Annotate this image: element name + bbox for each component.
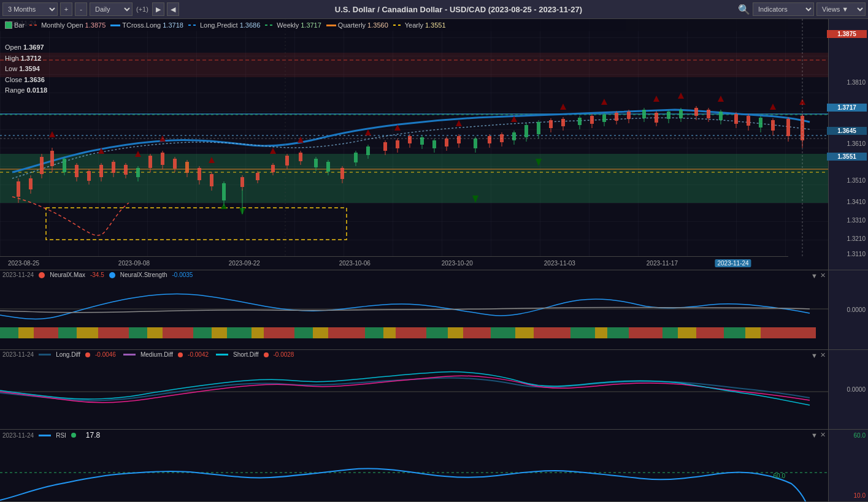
- svg-rect-172: [252, 327, 264, 338]
- price-label-1717: 1.3717: [827, 104, 867, 112]
- neural-svg: [0, 281, 828, 349]
- legend-weekly: Weekly 1.3717: [265, 21, 321, 29]
- period-plus-btn[interactable]: +: [60, 2, 72, 16]
- svg-rect-106: [524, 125, 528, 137]
- svg-rect-192: [696, 327, 724, 338]
- diff-long-label: Long.Diff: [56, 351, 80, 358]
- diff-chart-area[interactable]: 2023-11-24 Long.Diff -0.0046 Medium.Diff…: [0, 350, 828, 429]
- interval-select[interactable]: Daily Weekly Monthly: [90, 2, 133, 16]
- svg-rect-15: [40, 157, 44, 174]
- svg-rect-187: [595, 327, 607, 338]
- svg-rect-75: [354, 153, 358, 162]
- svg-rect-194: [745, 327, 761, 338]
- rsi-axis: 60.0 10.0: [828, 430, 868, 501]
- views-select[interactable]: Views ▼: [816, 2, 866, 16]
- price-axis-1110: 1.3110: [847, 251, 866, 257]
- rsi-timestamp: 2023-11-24: [2, 432, 34, 439]
- period-select[interactable]: 3 Months 1 Month 6 Months: [2, 2, 58, 16]
- svg-rect-189: [629, 327, 663, 338]
- svg-rect-20: [63, 159, 66, 172]
- svg-rect-144: [734, 114, 738, 124]
- neural-collapse-btn[interactable]: ▼: [811, 272, 818, 280]
- legend-yearly: Yearly 1.3551: [393, 21, 446, 29]
- svg-rect-184: [515, 327, 534, 338]
- svg-rect-64: [285, 156, 289, 165]
- neural-controls: ▼ ✕: [811, 272, 826, 280]
- svg-rect-167: [147, 327, 163, 338]
- range-value: 0.0118: [26, 86, 47, 94]
- date-label-4: 2023-10-06: [339, 260, 371, 267]
- svg-rect-24: [87, 171, 91, 181]
- svg-rect-11: [17, 181, 20, 197]
- svg-rect-173: [264, 327, 294, 338]
- diff-close-btn[interactable]: ✕: [820, 351, 826, 359]
- price-chart-area[interactable]: 2023-11-24 Bar Monthly Open 1.3875 TCros: [0, 19, 828, 270]
- svg-rect-129: [655, 113, 658, 123]
- svg-rect-96: [474, 139, 477, 148]
- svg-rect-190: [663, 327, 678, 338]
- price-axis-1210: 1.3210: [847, 235, 866, 242]
- price-axis-1310: 1.3310: [847, 217, 866, 224]
- svg-rect-77: [366, 146, 370, 155]
- svg-rect-113: [561, 119, 565, 126]
- chart-title: U.S. Dollar / Canadian Dollar - USD/CAD …: [182, 5, 735, 14]
- svg-rect-48: [210, 174, 213, 186]
- svg-rect-196: [791, 327, 816, 338]
- high-value: 1.3712: [21, 55, 42, 62]
- neural-close-btn[interactable]: ✕: [820, 272, 826, 280]
- nav-forward-btn[interactable]: ▶: [152, 2, 164, 16]
- indicators-select[interactable]: Indicators: [753, 2, 814, 16]
- date-label-5: 2023-10-20: [442, 260, 473, 267]
- high-label: High: [5, 55, 21, 62]
- chart-container: 2023-11-24 Bar Monthly Open 1.3875 TCros: [0, 19, 868, 502]
- svg-rect-195: [761, 327, 791, 338]
- svg-rect-166: [129, 327, 147, 338]
- svg-rect-188: [607, 327, 629, 338]
- rsi-close-btn[interactable]: ✕: [820, 431, 826, 439]
- svg-rect-171: [227, 327, 252, 338]
- svg-rect-148: [759, 118, 762, 127]
- svg-rect-132: [667, 112, 670, 119]
- svg-rect-193: [724, 327, 745, 338]
- search-button[interactable]: 🔍: [738, 2, 750, 16]
- svg-rect-174: [294, 327, 313, 338]
- diff-collapse-btn[interactable]: ▼: [811, 351, 818, 359]
- svg-rect-164: [77, 327, 98, 338]
- rsi-controls: ▼ ✕: [811, 431, 826, 439]
- svg-rect-26: [99, 165, 103, 177]
- neural-strength-label: NeuralX.Strength: [120, 272, 167, 278]
- legend-weekly-val: 1.3717: [301, 21, 321, 29]
- svg-rect-33: [136, 168, 140, 177]
- diff-short-val: -0.0028: [274, 351, 294, 358]
- legend-long-predict: Long.Predict 1.3686: [188, 21, 260, 29]
- period-minus-btn[interactable]: -: [75, 2, 87, 16]
- price-label-1551: 1.3551: [827, 153, 867, 161]
- low-label: Low: [5, 65, 19, 72]
- rsi-chart-area[interactable]: 2023-11-24 RSI 17.8 ▼ ✕ 60.0 1: [0, 430, 828, 501]
- svg-rect-141: [719, 112, 723, 120]
- legend-long-predict-label: Long.Predict: [200, 21, 238, 29]
- nav-back-btn[interactable]: ◀: [167, 2, 179, 16]
- rsi-collapse-btn[interactable]: ▼: [811, 431, 818, 439]
- neural-max-label: NeuralX.Max: [50, 272, 85, 278]
- close-value: 1.3636: [24, 76, 45, 83]
- svg-rect-108: [537, 122, 540, 134]
- svg-rect-163: [58, 327, 77, 338]
- toolbar: 3 Months 1 Month 6 Months + - Daily Week…: [0, 0, 868, 19]
- svg-rect-91: [445, 139, 448, 146]
- neural-timestamp: 2023-11-24: [2, 272, 34, 278]
- price-chart-svg: [0, 19, 828, 257]
- legend-yearly-label: Yearly: [405, 21, 423, 29]
- svg-rect-191: [678, 327, 696, 338]
- svg-rect-2: [0, 53, 828, 77]
- svg-rect-44: [185, 162, 189, 173]
- svg-rect-118: [590, 116, 594, 124]
- svg-rect-125: [627, 112, 631, 119]
- svg-rect-13: [29, 178, 33, 189]
- diff-controls: ▼ ✕: [811, 351, 826, 359]
- price-axis: 1.3875 1.3810 1.3717 1.3645 1.3610 1.355…: [828, 19, 868, 270]
- neural-chart-area[interactable]: 2023-11-24 NeuralX.Max -34.5 NeuralX.Str…: [0, 270, 828, 349]
- diff-header: 2023-11-24 Long.Diff -0.0046 Medium.Diff…: [2, 351, 294, 358]
- legend-monthly-open-val: 1.3875: [85, 21, 106, 29]
- price-label-1645: 1.3645: [827, 127, 867, 135]
